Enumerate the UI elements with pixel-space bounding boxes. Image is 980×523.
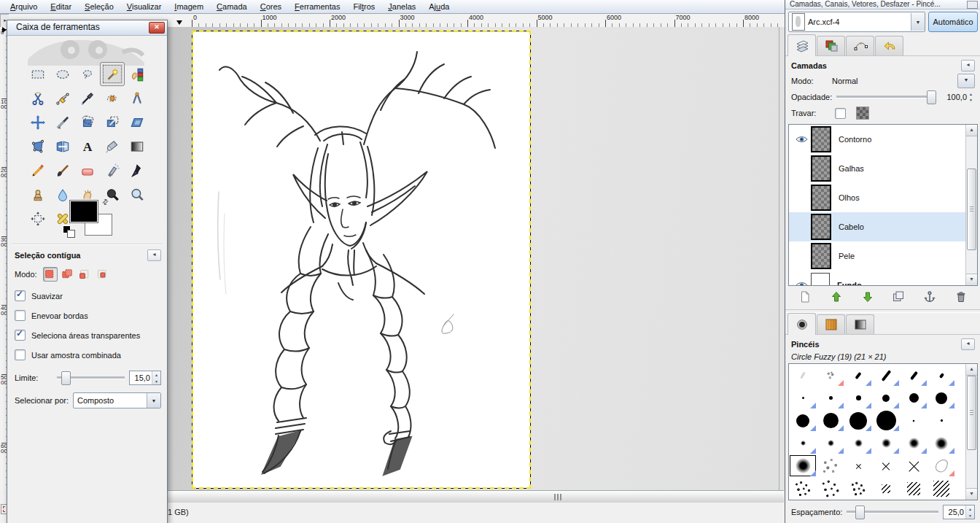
raise-layer-button[interactable]: [825, 289, 847, 305]
brush-grid-scrollbar[interactable]: ▲ ▼: [965, 364, 977, 500]
scrollbar-grip[interactable]: [554, 494, 564, 500]
tool-zoom[interactable]: [125, 182, 149, 206]
layer-row-olhos[interactable]: Olhos: [789, 183, 977, 212]
checkbox[interactable]: [15, 330, 26, 341]
layer-row-cabelo[interactable]: Cabelo: [789, 212, 977, 241]
brush-item[interactable]: [872, 454, 900, 477]
menu-janelas[interactable]: Janelas: [382, 1, 421, 12]
threshold-slider[interactable]: [57, 376, 125, 379]
checkbox[interactable]: [15, 290, 26, 301]
layer-row-galhas[interactable]: Galhas: [789, 154, 977, 183]
brush-item[interactable]: [817, 364, 844, 387]
brush-item[interactable]: [928, 454, 955, 477]
dock-tab-channels[interactable]: [817, 36, 845, 55]
layer-row-pele[interactable]: Pele: [789, 241, 977, 271]
dock-tab-brushes[interactable]: [788, 313, 816, 335]
layer-thumbnail[interactable]: [811, 155, 831, 182]
toolbox-title-bar[interactable]: Caixa de ferramentas ✕: [7, 20, 167, 36]
menu-visualizar[interactable]: Visualizar: [121, 1, 168, 12]
menu-filtros[interactable]: Filtros: [347, 1, 381, 12]
menu-cores[interactable]: Cores: [254, 1, 287, 12]
eye-icon[interactable]: [792, 281, 811, 286]
brush-item[interactable]: [817, 454, 844, 477]
tool-gradient[interactable]: [125, 134, 149, 158]
brush-item[interactable]: [789, 432, 817, 454]
threshold-spinbox[interactable]: 15,0 ▲▼: [129, 371, 161, 385]
dock-title-bar[interactable]: Camadas, Canais, Vetores, Desfazer - Pin…: [785, 0, 980, 9]
layer-row-fundo[interactable]: Fundo: [789, 271, 977, 286]
window-button[interactable]: [967, 1, 978, 9]
select-by-dropdown[interactable]: Composto ▼: [73, 392, 161, 408]
menu-editar[interactable]: Editar: [44, 1, 77, 12]
brush-item[interactable]: [817, 387, 844, 409]
layer-name[interactable]: Olhos: [839, 193, 860, 202]
tool-text[interactable]: A: [75, 134, 100, 158]
new-layer-button[interactable]: [794, 289, 816, 305]
layer-thumbnail[interactable]: [811, 243, 831, 269]
scrollbar-thumb[interactable]: [967, 168, 976, 250]
anchor-layer-button[interactable]: [919, 289, 941, 305]
tool-clone[interactable]: [26, 182, 50, 206]
brush-item[interactable]: [817, 477, 844, 500]
tool-ink[interactable]: [125, 158, 149, 182]
tool-bucket-fill[interactable]: [100, 134, 125, 158]
tool-crop[interactable]: [50, 110, 75, 134]
brush-item[interactable]: [844, 477, 872, 500]
dock-tab-patterns[interactable]: [817, 314, 845, 334]
tool-paths[interactable]: [50, 86, 75, 110]
brush-item[interactable]: [872, 432, 900, 454]
checkbox[interactable]: [15, 310, 26, 321]
layer-mode-dropdown[interactable]: ▼: [957, 74, 975, 88]
brush-item[interactable]: [817, 432, 844, 454]
scroll-down-arrow[interactable]: ▼: [966, 488, 977, 500]
eye-icon[interactable]: [792, 135, 811, 144]
tool-ellipse-select[interactable]: [50, 62, 75, 86]
selection-mode-add[interactable]: [61, 267, 75, 282]
menu-selecao[interactable]: Seleção: [79, 1, 120, 12]
checkbox[interactable]: [15, 349, 26, 360]
dock-tab-layers[interactable]: [788, 34, 816, 56]
menu-ferramentas[interactable]: Ferramentas: [289, 1, 346, 12]
brush-item[interactable]: [844, 387, 872, 409]
vertical-scrollbar[interactable]: [779, 27, 785, 490]
tool-select-by-color[interactable]: [125, 62, 149, 86]
brush-item[interactable]: [844, 409, 872, 432]
brush-item[interactable]: [789, 387, 817, 409]
tool-pencil[interactable]: [26, 158, 50, 182]
spinner-arrows[interactable]: ▲▼: [967, 91, 975, 103]
menu-imagem[interactable]: Imagem: [168, 1, 209, 12]
dock-tab-paths[interactable]: [846, 36, 874, 55]
spacing-slider[interactable]: [847, 511, 938, 514]
tool-shear[interactable]: [125, 110, 149, 134]
opacity-slider[interactable]: [836, 96, 936, 98]
layer-thumbnail[interactable]: [811, 273, 830, 286]
dock-tab-gradients[interactable]: [846, 314, 874, 334]
image-select-dropdown[interactable]: Arc.xcf-4 ▼: [788, 12, 925, 32]
brush-item[interactable]: [900, 364, 928, 387]
brush-item[interactable]: [844, 364, 872, 387]
dock-tab-undo-history[interactable]: [875, 36, 903, 55]
delete-layer-button[interactable]: [950, 289, 972, 305]
lock-checkbox[interactable]: [835, 108, 846, 119]
brush-item[interactable]: [872, 409, 900, 432]
default-colors-icon[interactable]: [63, 225, 74, 237]
lock-alpha-icon[interactable]: [856, 106, 869, 120]
collapse-arrow-icon[interactable]: ◂: [147, 249, 161, 261]
brush-item[interactable]: [844, 454, 872, 477]
scrollbar-thumb[interactable]: [967, 376, 976, 450]
scroll-up-arrow[interactable]: ▲: [966, 125, 977, 136]
foreground-color-swatch[interactable]: [70, 201, 98, 222]
selection-mode-intersect[interactable]: [96, 267, 110, 282]
tool-rect-select[interactable]: [26, 62, 50, 86]
spinner-arrows[interactable]: ▲▼: [152, 371, 160, 384]
auto-follow-button[interactable]: Automático: [928, 12, 978, 32]
brush-item[interactable]: [844, 432, 872, 454]
brush-item[interactable]: [817, 409, 844, 432]
brush-item[interactable]: [900, 409, 928, 432]
brush-item[interactable]: [789, 364, 817, 387]
brush-item[interactable]: [872, 387, 900, 409]
layer-thumbnail[interactable]: [811, 126, 831, 152]
layer-name[interactable]: Fundo: [837, 281, 862, 286]
brush-item[interactable]: [789, 454, 817, 477]
canvas-paper[interactable]: [192, 31, 530, 488]
